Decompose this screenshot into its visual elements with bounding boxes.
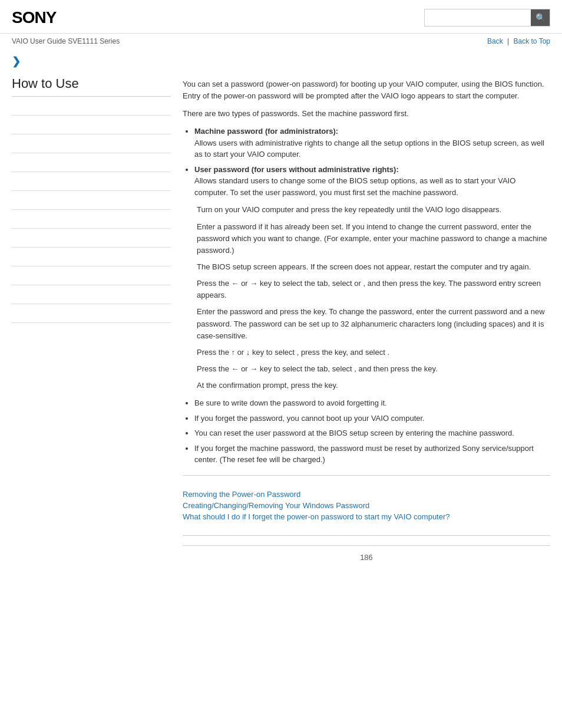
sidebar-item[interactable] [12,116,171,134]
content-area: You can set a password (power-on passwor… [183,70,550,583]
back-to-top-link[interactable]: Back to Top [514,37,550,45]
sidebar-item[interactable] [12,210,171,229]
main-layout: How to Use You can set a password (power… [0,70,562,583]
sidebar-item[interactable] [12,285,171,304]
machine-pw-label: Machine password (for administrators): [194,127,338,136]
nav-separator: | [507,37,509,45]
note-3: You can reset the user password at the B… [194,427,550,439]
page-number: 186 [183,545,550,571]
intro-paragraph-2: There are two types of passwords. Set th… [183,108,550,120]
breadcrumb: ❯ [0,49,562,70]
password-types-list: Machine password (for administrators): A… [194,126,550,198]
step-1-text: Turn on your VAIO computer and press the… [197,204,550,216]
step-3-text: The BIOS setup screen appears. If the sc… [197,261,550,273]
note-4: If you forget the machine password, the … [194,443,550,466]
step-4-text: Press the ← or → key to select the tab, … [197,278,550,301]
search-input[interactable] [425,9,531,26]
note-2: If you forget the password, you cannot b… [194,413,550,424]
related-link-2[interactable]: Creating/Changing/Removing Your Windows … [183,501,550,510]
sidebar: How to Use [12,70,171,583]
guide-title: VAIO User Guide SVE1111 Series [12,37,120,45]
sidebar-item[interactable] [12,304,171,323]
step-4: Press the ← or → key to select the tab, … [197,278,550,301]
user-password-item: User password (for users without adminis… [194,164,550,199]
step-7-text: Press the ← or → key to select the tab, … [197,363,550,375]
step-5-text: Enter the password and press the key. To… [197,306,550,341]
related-link-1[interactable]: Removing the Power-on Password [183,490,550,499]
content-divider [183,475,550,476]
steps-block: Turn on your VAIO computer and press the… [197,204,550,391]
sidebar-item[interactable] [12,172,171,191]
step-6: Press the ↑ or ↓ key to select , press t… [197,347,550,358]
back-link[interactable]: Back [487,37,503,45]
nav-links: Back | Back to Top [487,37,550,45]
page-header: SONY 🔍 [0,0,562,34]
step-5: Enter the password and press the key. To… [197,306,550,341]
user-pw-label: User password (for users without adminis… [194,165,399,174]
sidebar-item[interactable] [12,191,171,210]
intro-paragraph-1: You can set a password (power-on passwor… [183,78,550,102]
sub-header: VAIO User Guide SVE1111 Series Back | Ba… [0,34,562,49]
search-button[interactable]: 🔍 [531,9,550,26]
sidebar-item[interactable] [12,266,171,285]
user-pw-desc: Allows standard users to change some of … [194,176,515,197]
sidebar-item[interactable] [12,134,171,153]
step-2-text: Enter a password if it has already been … [197,221,550,256]
step-1: Turn on your VAIO computer and press the… [197,204,550,216]
machine-pw-desc: Allows users with administrative rights … [194,139,544,159]
step-6-text: Press the ↑ or ↓ key to select , press t… [197,347,550,358]
step-2: Enter a password if it has already been … [197,221,550,256]
sidebar-item[interactable] [12,248,171,266]
sidebar-item[interactable] [12,153,171,172]
step-8-text: At the confirmation prompt, press the ke… [197,380,550,391]
search-icon: 🔍 [535,13,546,22]
related-link-3[interactable]: What should I do if I forget the power-o… [183,512,550,521]
step-8: At the confirmation prompt, press the ke… [197,380,550,391]
footer-divider [183,535,550,536]
sidebar-item[interactable] [12,97,171,116]
sony-logo: SONY [12,8,56,27]
machine-password-item: Machine password (for administrators): A… [194,126,550,160]
sidebar-item[interactable] [12,229,171,248]
search-box: 🔍 [424,9,550,27]
step-7: Press the ← or → key to select the tab, … [197,363,550,375]
related-links-section: Removing the Power-on Password Creating/… [183,485,550,526]
breadcrumb-arrow: ❯ [12,55,21,67]
sidebar-title: How to Use [12,76,171,97]
step-3: The BIOS setup screen appears. If the sc… [197,261,550,273]
notes-list: Be sure to write down the password to av… [194,397,550,466]
note-1: Be sure to write down the password to av… [194,397,550,409]
notes-section: Be sure to write down the password to av… [183,397,550,466]
